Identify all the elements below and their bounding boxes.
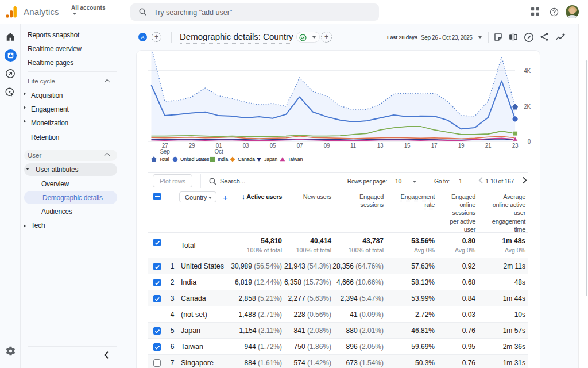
svg-text:2K: 2K [524, 103, 531, 110]
svg-text:07: 07 [297, 143, 303, 149]
svg-text:21: 21 [485, 143, 492, 149]
svg-text:09: 09 [324, 143, 330, 149]
svg-text:11: 11 [350, 143, 357, 149]
svg-text:Oct: Oct [215, 148, 223, 155]
svg-text:27: 27 [162, 143, 168, 149]
svg-text:17: 17 [431, 143, 438, 149]
svg-text:13: 13 [377, 143, 384, 149]
svg-text:0: 0 [528, 139, 531, 145]
svg-text:01: 01 [216, 143, 222, 149]
svg-text:05: 05 [270, 143, 276, 149]
svg-text:4K: 4K [524, 68, 531, 74]
svg-text:19: 19 [458, 143, 465, 149]
svg-text:29: 29 [189, 143, 195, 149]
svg-text:03: 03 [243, 143, 249, 149]
svg-text:23: 23 [512, 143, 519, 149]
svg-text:Sep: Sep [160, 148, 170, 155]
svg-text:15: 15 [404, 143, 411, 149]
